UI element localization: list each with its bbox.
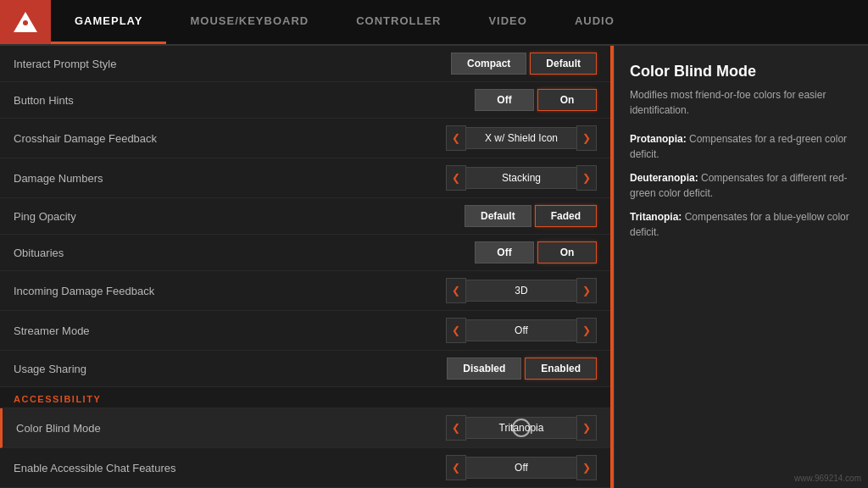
setting-control-damage-numbers: ❮ Stacking ❯ xyxy=(446,165,597,191)
info-item-protanopia: Protanopia: Compensates for a red-green … xyxy=(630,131,853,162)
toggle-faded-ping[interactable]: Faded xyxy=(535,205,597,227)
setting-row-incoming-damage: Incoming Damage Feedback ❮ 3D ❯ xyxy=(0,271,610,311)
setting-control-crosshair: ❮ X w/ Shield Icon ❯ xyxy=(446,125,597,151)
tab-controller[interactable]: CONTROLLER xyxy=(332,0,465,44)
main-content: Interact Prompt Style Compact Default Bu… xyxy=(0,46,868,488)
arrow-value-streamer: Off xyxy=(466,319,576,341)
setting-control-accessible-chat: ❮ Off ❯ xyxy=(446,455,597,480)
toggle-compact[interactable]: Compact xyxy=(451,53,526,75)
arrow-left-accessible-chat[interactable]: ❮ xyxy=(446,455,466,480)
setting-label-usage-sharing: Usage Sharing xyxy=(14,363,86,375)
setting-label-streamer: Streamer Mode xyxy=(14,324,90,337)
toggle-enabled-usage[interactable]: Enabled xyxy=(525,358,597,380)
section-header-accessibility: ACCESSIBILITY xyxy=(0,387,610,408)
toggle-on-obituaries[interactable]: On xyxy=(537,241,597,263)
setting-label-ping-opacity: Ping Opacity xyxy=(14,210,76,223)
setting-row-ping-opacity: Ping Opacity Default Faded xyxy=(0,198,610,235)
top-navigation: GAMEPLAY MOUSE/KEYBOARD CONTROLLER VIDEO… xyxy=(0,0,868,46)
setting-control-streamer: ❮ Off ❯ xyxy=(446,318,597,343)
info-item-deuteranopia: Deuteranopia: Compensates for a differen… xyxy=(630,170,853,201)
setting-control-interact-prompt: Compact Default xyxy=(451,53,597,75)
toggle-disabled-usage[interactable]: Disabled xyxy=(447,358,521,380)
arrow-right-damage[interactable]: ❯ xyxy=(576,165,597,191)
arrow-right-crosshair[interactable]: ❯ xyxy=(576,125,597,151)
setting-control-color-blind: ❮ Tritanopia ❯ xyxy=(446,415,597,441)
setting-row-interact-prompt: Interact Prompt Style Compact Default xyxy=(0,46,610,82)
arrow-value-incoming: 3D xyxy=(466,280,576,302)
tab-mouse-keyboard[interactable]: MOUSE/KEYBOARD xyxy=(166,0,332,44)
settings-panel: Interact Prompt Style Compact Default Bu… xyxy=(0,46,610,488)
setting-row-color-blind: Color Blind Mode ❮ Tritanopia ❯ xyxy=(0,408,610,448)
arrow-left-damage[interactable]: ❮ xyxy=(446,165,466,191)
setting-label-obituaries: Obituaries xyxy=(14,247,64,259)
tab-gameplay[interactable]: GAMEPLAY xyxy=(51,0,166,44)
info-term-protanopia: Protanopia: xyxy=(630,133,687,145)
arrow-left-crosshair[interactable]: ❮ xyxy=(446,125,466,151)
setting-label-color-blind: Color Blind Mode xyxy=(16,422,101,435)
arrow-right-color-blind[interactable]: ❯ xyxy=(576,415,597,441)
setting-control-obituaries: Off On xyxy=(475,241,597,263)
arrow-right-accessible-chat[interactable]: ❯ xyxy=(576,455,597,480)
setting-label-button-hints: Button Hints xyxy=(14,94,74,107)
arrow-value-accessible-chat: Off xyxy=(466,457,576,479)
arrow-right-streamer[interactable]: ❯ xyxy=(576,318,597,343)
info-item-tritanopia: Tritanopia: Compensates for a blue-yello… xyxy=(630,209,853,240)
info-panel: Color Blind Mode Modifies most friend-or… xyxy=(614,46,868,488)
arrow-value-crosshair: X w/ Shield Icon xyxy=(466,127,576,149)
setting-control-ping-opacity: Default Faded xyxy=(465,205,597,227)
info-panel-description: Modifies most friend-or-foe colors for e… xyxy=(630,87,853,118)
setting-control-usage-sharing: Disabled Enabled xyxy=(447,358,597,380)
setting-row-damage-numbers: Damage Numbers ❮ Stacking ❯ xyxy=(0,158,610,198)
toggle-default[interactable]: Default xyxy=(530,53,597,75)
info-term-tritanopia: Tritanopia: xyxy=(630,211,682,223)
info-panel-title: Color Blind Mode xyxy=(630,63,853,80)
toggle-off-obituaries[interactable]: Off xyxy=(475,241,534,263)
setting-row-usage-sharing: Usage Sharing Disabled Enabled xyxy=(0,351,610,387)
arrow-left-streamer[interactable]: ❮ xyxy=(446,318,466,343)
setting-label-accessible-chat: Enable Accessible Chat Features xyxy=(14,462,176,474)
setting-label-damage-numbers: Damage Numbers xyxy=(14,172,103,185)
apex-logo-icon xyxy=(14,12,37,32)
toggle-off-button-hints[interactable]: Off xyxy=(475,89,534,111)
setting-row-obituaries: Obituaries Off On xyxy=(0,235,610,271)
logo-area xyxy=(0,0,51,44)
toggle-on-button-hints[interactable]: On xyxy=(537,89,597,111)
watermark: www.969214.com xyxy=(794,474,861,483)
toggle-default-ping[interactable]: Default xyxy=(465,205,531,227)
arrow-value-color-blind: Tritanopia xyxy=(466,417,576,439)
setting-row-crosshair: Crosshair Damage Feedback ❮ X w/ Shield … xyxy=(0,119,610,158)
info-term-deuteranopia: Deuteranopia: xyxy=(630,172,698,184)
setting-label-interact-prompt: Interact Prompt Style xyxy=(14,58,116,70)
setting-row-accessible-chat: Enable Accessible Chat Features ❮ Off ❯ xyxy=(0,448,610,488)
setting-label-incoming-damage: Incoming Damage Feedback xyxy=(14,285,154,297)
nav-tabs: GAMEPLAY MOUSE/KEYBOARD CONTROLLER VIDEO… xyxy=(51,0,868,44)
setting-control-button-hints: Off On xyxy=(475,89,597,111)
tab-video[interactable]: VIDEO xyxy=(465,0,550,44)
tab-audio[interactable]: AUDIO xyxy=(551,0,638,44)
arrow-left-incoming[interactable]: ❮ xyxy=(446,278,466,303)
arrow-right-incoming[interactable]: ❯ xyxy=(576,278,597,303)
setting-control-incoming-damage: ❮ 3D ❯ xyxy=(446,278,597,303)
setting-row-button-hints: Button Hints Off On xyxy=(0,82,610,119)
setting-row-streamer: Streamer Mode ❮ Off ❯ xyxy=(0,311,610,351)
setting-label-crosshair: Crosshair Damage Feedback xyxy=(14,132,157,145)
arrow-value-damage: Stacking xyxy=(466,167,576,189)
arrow-left-color-blind[interactable]: ❮ xyxy=(446,415,466,441)
